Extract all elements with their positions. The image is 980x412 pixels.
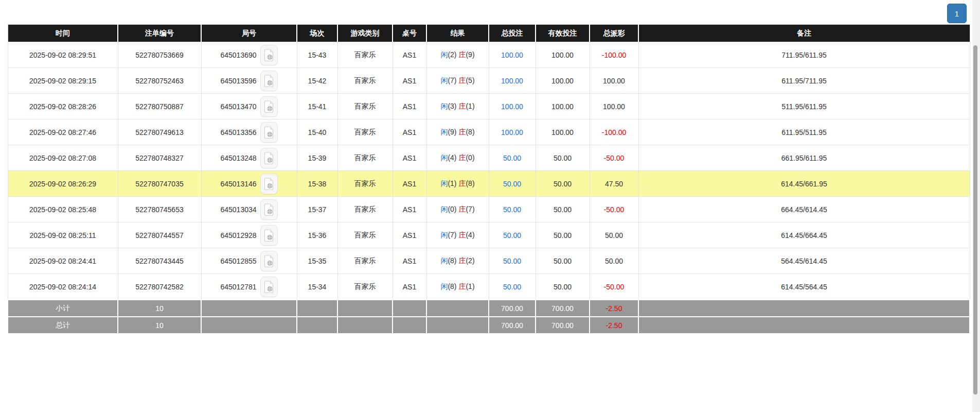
cell-round-no: 645013470 [201, 94, 297, 119]
cell-remark: 564.45/614.45 [638, 248, 970, 274]
cell-session: 15-40 [297, 119, 337, 145]
total-total-bet: 700.00 [489, 317, 536, 334]
scrollbar-thumb[interactable] [973, 45, 977, 394]
cell-game-type: 百家乐 [337, 274, 393, 300]
cell-remark: 511.95/611.95 [638, 94, 970, 119]
total-bet-link[interactable]: 50.00 [503, 231, 521, 239]
video-replay-button[interactable] [260, 251, 278, 271]
video-replay-button[interactable] [260, 225, 278, 246]
cell-table-no: AS1 [393, 274, 426, 300]
cell-game-type: 百家乐 [337, 68, 393, 94]
table-row: 2025-09-02 08:28:26 522780750887 6450134… [8, 94, 970, 119]
total-bet-link[interactable]: 100.00 [501, 51, 523, 59]
round-no: 645013470 [220, 102, 256, 111]
cell-remark: 611.95/711.95 [638, 68, 970, 94]
cell-result: 闲(8) 庄(1) [426, 274, 489, 300]
total-bet-link[interactable]: 50.00 [503, 205, 521, 214]
total-bet-link[interactable]: 50.00 [503, 154, 521, 162]
video-replay-button[interactable] [260, 122, 278, 143]
total-payout: -2.50 [590, 317, 638, 334]
total-bet-link[interactable]: 100.00 [501, 77, 523, 85]
cell-result: 闲(2) 庄(9) [426, 42, 489, 68]
player-result-label: 闲 [440, 153, 448, 162]
total-bet-link[interactable]: 50.00 [503, 257, 521, 265]
cell-bet-no: 522780753669 [118, 42, 201, 68]
cell-total-bet: 50.00 [489, 197, 536, 222]
cell-total-payout: 50.00 [590, 248, 638, 274]
cell-remark: 614.45/564.45 [638, 274, 970, 300]
column-header-result: 结果 [426, 25, 489, 42]
cell-game-type: 百家乐 [337, 119, 393, 145]
cell-game-type: 百家乐 [337, 171, 393, 197]
cell-session: 15-39 [297, 145, 337, 171]
total-bet-link[interactable]: 100.00 [501, 128, 523, 136]
cell-total-payout: -100.00 [590, 119, 638, 145]
banker-result-label: 庄 [458, 282, 466, 290]
cell-total-payout: 47.50 [590, 171, 638, 197]
cell-total-payout: -100.00 [590, 42, 638, 68]
cell-round-no: 645012855 [201, 248, 297, 274]
banker-result-score: (1) [466, 102, 474, 110]
cell-round-no: 645013356 [201, 119, 297, 145]
cell-table-no: AS1 [393, 68, 426, 94]
video-replay-button[interactable] [260, 96, 278, 117]
player-result-score: (8) [448, 256, 456, 265]
cell-time: 2025-09-02 08:27:46 [8, 119, 118, 145]
cell-total-payout: 100.00 [590, 68, 638, 94]
cell-total-payout: -50.00 [590, 145, 638, 171]
cell-game-type: 百家乐 [337, 197, 393, 222]
video-replay-button[interactable] [260, 71, 278, 91]
banker-result-score: (1) [466, 282, 474, 290]
round-no: 645012781 [220, 283, 256, 291]
cell-total-bet: 100.00 [489, 68, 536, 94]
player-result-score: (7) [448, 76, 456, 84]
video-replay-icon [264, 178, 274, 190]
cell-remark: 614.45/661.95 [638, 171, 970, 197]
banker-result-label: 庄 [458, 153, 466, 162]
column-header-round-no: 局号 [201, 25, 297, 42]
round-no: 645012928 [220, 231, 256, 239]
column-header-table-no: 桌号 [393, 25, 426, 42]
table-row: 2025-09-02 08:24:14 522780742582 6450127… [8, 274, 970, 300]
round-no: 645013690 [220, 51, 256, 59]
cell-valid-bet: 100.00 [536, 119, 590, 145]
column-header-total-bet: 总投注 [489, 25, 536, 42]
cell-time: 2025-09-02 08:26:29 [8, 171, 118, 197]
total-bet-link[interactable]: 100.00 [501, 102, 523, 111]
cell-result: 闲(9) 庄(8) [426, 119, 489, 145]
banker-result-score: (9) [466, 50, 474, 59]
total-bet-link[interactable]: 50.00 [503, 283, 521, 291]
video-replay-button[interactable] [260, 148, 278, 168]
video-replay-button[interactable] [260, 277, 278, 297]
player-result-label: 闲 [440, 102, 448, 110]
video-replay-button[interactable] [260, 174, 278, 194]
cell-result: 闲(0) 庄(7) [426, 197, 489, 222]
player-result-label: 闲 [440, 256, 448, 265]
cell-session: 15-37 [297, 197, 337, 222]
table-body: 2025-09-02 08:29:51 522780753669 6450136… [8, 42, 970, 300]
total-bet-link[interactable]: 50.00 [503, 180, 521, 188]
pagination-page-1-button[interactable]: 1 [947, 4, 967, 23]
cell-session: 15-35 [297, 248, 337, 274]
cell-game-type: 百家乐 [337, 94, 393, 119]
vertical-scrollbar[interactable] [972, 0, 980, 412]
video-replay-icon [264, 152, 274, 164]
banker-result-score: (8) [466, 128, 474, 136]
banker-result-score: (8) [466, 179, 474, 187]
banker-result-score: (2) [466, 256, 474, 265]
cell-remark: 614.45/664.45 [638, 222, 970, 248]
cell-game-type: 百家乐 [337, 248, 393, 274]
cell-bet-no: 522780744557 [118, 222, 201, 248]
round-no: 645013248 [220, 154, 256, 162]
cell-time: 2025-09-02 08:25:11 [8, 222, 118, 248]
cell-bet-no: 522780742582 [118, 274, 201, 300]
cell-remark: 611.95/511.95 [638, 119, 970, 145]
cell-round-no: 645013248 [201, 145, 297, 171]
video-replay-button[interactable] [260, 45, 278, 65]
cell-valid-bet: 50.00 [536, 145, 590, 171]
cell-bet-no: 522780745653 [118, 197, 201, 222]
video-replay-button[interactable] [260, 199, 278, 220]
cell-result: 闲(4) 庄(0) [426, 145, 489, 171]
cell-table-no: AS1 [393, 248, 426, 274]
cell-valid-bet: 50.00 [536, 248, 590, 274]
